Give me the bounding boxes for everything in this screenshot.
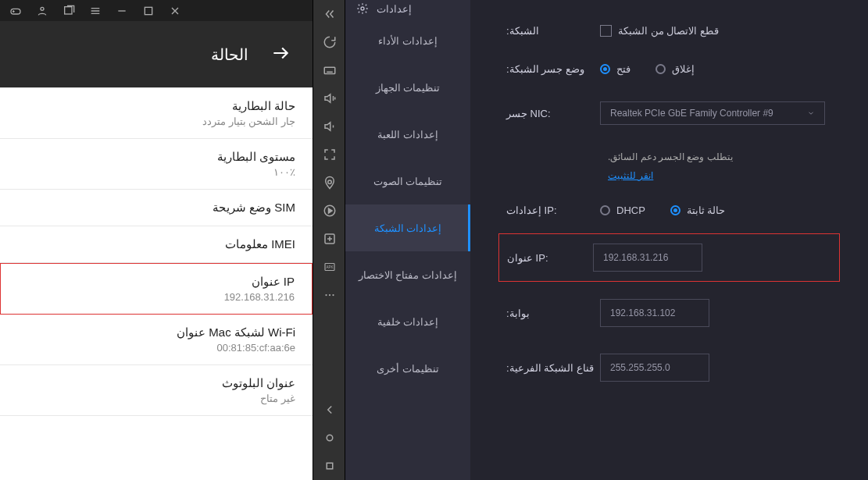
item-value: ١٠٠٪ xyxy=(17,166,295,178)
nic-label: جسر NIC: xyxy=(506,108,600,119)
tab-shortcut[interactable]: إعدادات مفتاح الاختصار xyxy=(345,251,470,298)
bridge-close-radio[interactable]: إغلاق xyxy=(655,63,695,75)
bridge-mode-row: :وضع جسر الشبكة فتح إغلاق xyxy=(506,63,832,75)
item-label: مستوى البطارية xyxy=(17,150,295,164)
item-label: عنوان Mac لشبكة Wi-Fi xyxy=(17,325,295,340)
list-item[interactable]: معلومات IMEI xyxy=(0,226,313,263)
record-icon[interactable] xyxy=(313,197,346,225)
tab-device[interactable]: تنظيمات الجهاز xyxy=(345,64,470,111)
svg-rect-3 xyxy=(145,7,152,14)
settings-title: إعدادات xyxy=(345,0,470,17)
item-value: غير متاح xyxy=(17,393,295,404)
dhcp-radio[interactable]: DHCP xyxy=(600,204,645,216)
volume-up-icon[interactable] xyxy=(313,84,346,112)
svg-point-1 xyxy=(41,7,44,10)
network-row: :الشبكة قطع الاتصال من الشبكة xyxy=(506,25,832,37)
settings-title-text: إعدادات xyxy=(377,3,412,15)
gateway-row: :بوابة 192.168.31.102 xyxy=(506,299,832,327)
svg-rect-0 xyxy=(11,9,20,14)
fullscreen-icon[interactable] xyxy=(313,140,346,169)
tab-network[interactable]: إعدادات الشبكة xyxy=(345,204,470,251)
more-icon[interactable] xyxy=(313,281,346,309)
status-list: حالة البطارية جار الشحن بتيار متردد مستو… xyxy=(0,87,313,480)
android-home-icon[interactable] xyxy=(313,424,346,452)
list-item[interactable]: حالة البطارية جار الشحن بتيار متردد xyxy=(0,87,313,139)
bridge-label: :وضع جسر الشبكة xyxy=(506,63,600,75)
svg-rect-4 xyxy=(324,67,335,73)
svg-point-15 xyxy=(361,7,364,10)
subnet-row: :قناع الشبكة الفرعية 255.255.255.0 xyxy=(506,354,832,382)
svg-point-5 xyxy=(328,180,332,184)
tab-game[interactable]: إعدادات اللعبة xyxy=(345,111,470,158)
svg-text:APK: APK xyxy=(326,265,333,269)
menu-icon[interactable] xyxy=(84,0,106,21)
item-label: عنوان IP xyxy=(18,275,295,289)
user-icon[interactable] xyxy=(31,0,53,21)
add-icon[interactable] xyxy=(313,225,346,253)
item-value: جار الشحن بتيار متردد xyxy=(17,116,295,127)
bridge-note: .يتطلب وضع الجسر دعم السائق xyxy=(608,151,832,162)
tab-audio[interactable]: تنظيمات الصوت xyxy=(345,158,470,204)
tab-wallpaper[interactable]: إعدادات خلفية xyxy=(345,298,470,345)
item-label: حالة البطارية xyxy=(17,99,295,113)
android-recent-icon[interactable] xyxy=(313,452,346,480)
svg-point-11 xyxy=(329,294,330,296)
nic-row: جسر NIC: Realtek PCIe GbE Family Control… xyxy=(506,101,832,125)
settings-sidebar: إعدادات إعدادات الأداء تنظيمات الجهاز إع… xyxy=(345,0,470,480)
list-item-ip-address[interactable]: عنوان IP 192.168.31.216 xyxy=(0,263,313,315)
tab-performance[interactable]: إعدادات الأداء xyxy=(345,17,470,64)
settings-content: :الشبكة قطع الاتصال من الشبكة :وضع جسر ا… xyxy=(470,0,868,480)
emulator-titlebar xyxy=(0,0,313,21)
ip-address-field[interactable]: 192.168.31.216 xyxy=(593,244,702,272)
rotate-icon[interactable] xyxy=(313,28,346,56)
list-item[interactable]: عنوان البلوتوث غير متاح xyxy=(0,365,313,416)
subnet-label: :قناع الشبكة الفرعية xyxy=(506,362,600,374)
svg-point-10 xyxy=(325,294,327,296)
subnet-field[interactable]: 255.255.255.0 xyxy=(600,354,709,382)
svg-point-12 xyxy=(332,294,334,296)
ip-address-label: عنوان IP: xyxy=(507,252,593,264)
bridge-open-radio[interactable]: فتح xyxy=(600,63,630,75)
svg-rect-14 xyxy=(327,463,333,469)
chevrons-left-icon[interactable] xyxy=(313,0,346,28)
list-item[interactable]: وضع شريحة SIM xyxy=(0,190,313,226)
item-label: وضع شريحة SIM xyxy=(17,201,295,215)
ip-settings-row: إعدادات IP: DHCP حالة ثابتة xyxy=(506,204,832,216)
volume-down-icon[interactable] xyxy=(313,112,346,140)
tab-other[interactable]: تنظيمات أخرى xyxy=(345,345,470,392)
android-back-icon[interactable] xyxy=(313,396,346,424)
gamepad-icon[interactable] xyxy=(5,0,27,21)
gear-icon xyxy=(356,2,369,15)
chevron-down-icon xyxy=(807,109,815,117)
static-radio[interactable]: حالة ثابتة xyxy=(670,204,726,216)
minimize-icon[interactable] xyxy=(111,0,133,21)
disconnect-checkbox[interactable]: قطع الاتصال من الشبكة xyxy=(600,25,719,37)
item-value: 00:81:85:cf:aa:6e xyxy=(17,342,295,354)
list-item[interactable]: مستوى البطارية ١٠٠٪ xyxy=(0,139,313,190)
install-driver-link[interactable]: انقر للتثبيت xyxy=(608,170,832,181)
item-label: معلومات IMEI xyxy=(17,237,295,251)
maximize-icon[interactable] xyxy=(138,0,159,21)
android-header: الحالة xyxy=(0,21,313,87)
keyboard-icon[interactable] xyxy=(313,56,346,84)
list-item[interactable]: عنوان Mac لشبكة Wi-Fi 00:81:85:cf:aa:6e xyxy=(0,315,313,365)
apk-icon[interactable]: APK xyxy=(313,253,346,281)
back-arrow-icon[interactable] xyxy=(270,43,291,66)
emulator-side-toolbar: APK xyxy=(313,0,345,480)
ip-address-row: عنوان IP: 192.168.31.216 xyxy=(498,233,840,282)
popout-icon[interactable] xyxy=(58,0,80,21)
page-title: الحالة xyxy=(211,45,248,64)
gateway-label: :بوابة xyxy=(506,308,600,319)
svg-rect-2 xyxy=(65,6,72,13)
item-value: 192.168.31.216 xyxy=(18,291,295,303)
nic-select[interactable]: Realtek PCIe GbE Family Controller #9 xyxy=(600,101,825,125)
close-icon[interactable] xyxy=(164,0,186,21)
item-label: عنوان البلوتوث xyxy=(17,376,295,390)
location-icon[interactable] xyxy=(313,169,346,197)
gateway-field[interactable]: 192.168.31.102 xyxy=(600,299,709,327)
svg-point-13 xyxy=(327,435,333,441)
network-label: :الشبكة xyxy=(506,25,600,37)
android-status-panel: الحالة حالة البطارية جار الشحن بتيار متر… xyxy=(0,0,313,480)
ip-settings-label: إعدادات IP: xyxy=(506,204,600,216)
